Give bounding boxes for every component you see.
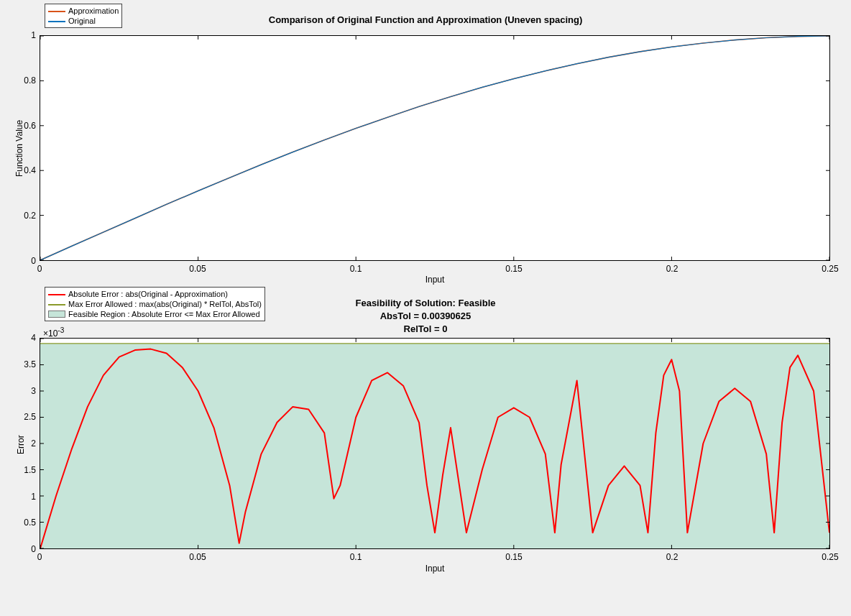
axes-top-ylabel: Function Value bbox=[14, 120, 24, 177]
axes-bottom-ymultiplier: ×10-3 bbox=[43, 326, 64, 339]
axes-top-ytick: 1 bbox=[31, 30, 36, 40]
axes-bottom-ytick: 3 bbox=[31, 386, 36, 396]
axes-bottom-plot bbox=[40, 339, 829, 548]
axes-bottom-ytick: 2 bbox=[31, 438, 36, 449]
axes-bottom-ytick: 1.5 bbox=[24, 465, 36, 475]
axes-bottom-ytick: 1 bbox=[31, 492, 36, 502]
figure: Comparison of Original Function and Appr… bbox=[0, 0, 851, 616]
legend-item-feasreg[interactable]: Feasible Region : Absolute Error <= Max … bbox=[48, 309, 262, 319]
legend-label-approximation: Approximation bbox=[68, 6, 119, 16]
legend-item-abserr[interactable]: Absolute Error : abs(Original - Approxim… bbox=[48, 289, 262, 299]
axes-top-ytick: 0.8 bbox=[24, 75, 36, 86]
axes-bottom-xtick: 0 bbox=[29, 552, 50, 562]
axes-bottom-ytick: 4 bbox=[31, 333, 36, 343]
legend-swatch-maxerr bbox=[48, 300, 65, 308]
axes-top-ytick: 0.4 bbox=[24, 165, 36, 175]
axes-top-ytick: 0.6 bbox=[24, 121, 36, 131]
ymultiplier-exp: -3 bbox=[58, 326, 64, 334]
axes-bottom[interactable] bbox=[40, 338, 830, 549]
axes-top-plot bbox=[40, 36, 829, 260]
legend-label-feasreg: Feasible Region : Absolute Error <= Max … bbox=[68, 309, 260, 319]
axes-bottom-ytick: 3.5 bbox=[24, 359, 36, 369]
axes-top[interactable] bbox=[40, 35, 830, 261]
axes-top-xtick: 0.2 bbox=[661, 264, 683, 274]
axes-bottom-xtick: 0.15 bbox=[503, 552, 525, 562]
legend-swatch-abserr bbox=[48, 290, 65, 298]
axes-top-xtick: 0.1 bbox=[345, 264, 367, 274]
axes-top-xtick: 0 bbox=[29, 264, 50, 274]
axes-bottom-ytick: 2.5 bbox=[24, 412, 36, 422]
legend-label-abserr: Absolute Error : abs(Original - Approxim… bbox=[68, 289, 228, 299]
axes-bottom-xtick: 0.2 bbox=[661, 552, 683, 562]
svg-rect-24 bbox=[40, 344, 829, 548]
axes-top-ytick: 0.2 bbox=[24, 211, 36, 221]
axes-bottom-legend[interactable]: Absolute Error : abs(Original - Approxim… bbox=[45, 287, 265, 321]
legend-item-maxerr[interactable]: Max Error Allowed : max(abs(Original) * … bbox=[48, 299, 262, 309]
axes-top-xtick: 0.25 bbox=[819, 264, 841, 274]
axes-bottom-xtick: 0.25 bbox=[819, 552, 841, 562]
axes-bottom-xlabel: Input bbox=[40, 564, 830, 574]
legend-label-original: Original bbox=[68, 16, 96, 26]
ymultiplier-base: ×10 bbox=[43, 328, 58, 339]
axes-bottom-ytick: 0.5 bbox=[24, 518, 36, 528]
axes-top-xtick: 0.05 bbox=[187, 264, 208, 274]
legend-item-approximation[interactable]: Approximation bbox=[48, 6, 119, 16]
axes-top-title: Comparison of Original Function and Appr… bbox=[0, 14, 851, 25]
legend-swatch-original bbox=[48, 17, 65, 24]
axes-bottom-xtick: 0.05 bbox=[187, 552, 208, 562]
legend-label-maxerr: Max Error Allowed : max(abs(Original) * … bbox=[68, 299, 262, 309]
axes-bottom-xtick: 0.1 bbox=[345, 552, 367, 562]
legend-swatch-approximation bbox=[48, 7, 65, 14]
legend-swatch-feasreg bbox=[48, 311, 65, 318]
axes-bottom-ylabel: Error bbox=[16, 435, 26, 454]
axes-top-legend[interactable]: Approximation Original bbox=[45, 4, 122, 28]
axes-bottom-title-line3: RelTol = 0 bbox=[0, 323, 851, 334]
axes-top-xlabel: Input bbox=[40, 275, 830, 285]
axes-top-xtick: 0.15 bbox=[503, 264, 525, 274]
legend-item-original[interactable]: Original bbox=[48, 16, 119, 26]
